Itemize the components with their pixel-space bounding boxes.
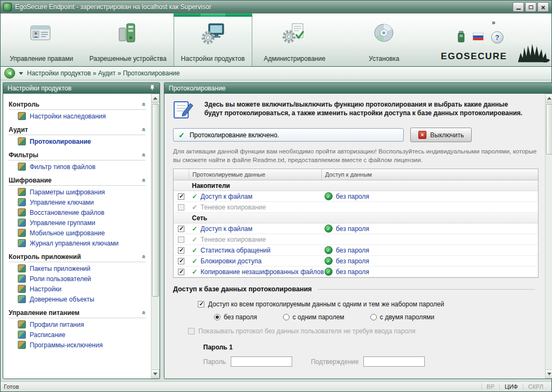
scroll-up-icon[interactable]: [546, 94, 552, 103]
row-label: Блокировки доступа: [201, 257, 261, 265]
radio-icon[interactable]: [214, 314, 220, 320]
sidebar-item-icon: [18, 198, 26, 206]
row-checkbox[interactable]: [178, 226, 184, 232]
sidebar-item[interactable]: Настройки наследования: [3, 111, 151, 121]
radio-option[interactable]: без пароля: [214, 313, 257, 321]
sidebar-item[interactable]: Восстановление файлов: [3, 207, 151, 218]
scroll-down-icon[interactable]: [546, 369, 552, 379]
cd-disc-icon: [371, 20, 397, 46]
sidebar-section-label: Аудит: [9, 126, 28, 134]
breadcrumb-bar: Настройки продуктов » Аудит » Протоколир…: [1, 67, 551, 80]
collapse-chevron-icon[interactable]: »: [140, 255, 148, 259]
logging-status-box: Протоколирование включено.: [173, 128, 404, 142]
checkbox-icon[interactable]: [198, 301, 204, 307]
help-icon[interactable]: ?: [491, 31, 503, 44]
close-button[interactable]: [537, 2, 549, 12]
collapse-chevron-icon[interactable]: »: [140, 179, 148, 183]
sidebar-item-icon: [18, 331, 26, 339]
show-protocol-checkbox[interactable]: Показывать протокол без данных пользоват…: [188, 327, 539, 335]
radio-option[interactable]: с одним паролем: [283, 313, 344, 321]
scroll-up-icon[interactable]: [151, 94, 160, 103]
sidebar-item[interactable]: Настройки: [3, 284, 151, 294]
tab-label: Администрирование: [264, 55, 325, 62]
sidebar-section-header[interactable]: Аудит »: [9, 126, 146, 135]
sidebar-item[interactable]: Управление ключами: [3, 197, 151, 207]
sidebar-item[interactable]: Расписание: [3, 330, 151, 340]
check-icon: [192, 193, 197, 200]
sidebar-scrollbar[interactable]: [151, 94, 160, 379]
sidebar-item-label: Расписание: [30, 331, 65, 339]
access-cell[interactable]: без пароля: [321, 257, 538, 265]
sidebar-item[interactable]: Фильтр типов файлов: [3, 162, 151, 172]
minimize-button[interactable]: [513, 2, 524, 12]
collapse-chevron-icon[interactable]: »: [140, 311, 148, 315]
back-button[interactable]: [4, 68, 15, 79]
sidebar-item-icon: [18, 341, 26, 349]
access-cell[interactable]: без пароля: [321, 192, 538, 200]
password-input[interactable]: [231, 356, 292, 367]
restore-button[interactable]: [525, 2, 536, 12]
tab-rights-management[interactable]: Управление правами: [1, 13, 82, 66]
tab-product-settings[interactable]: Настройки продуктов: [174, 13, 252, 66]
sidebar-item[interactable]: Журнал управления ключами: [3, 238, 151, 248]
disable-logging-button[interactable]: Выключить: [410, 128, 472, 142]
sidebar-item[interactable]: Мобильное шифрование: [3, 228, 151, 238]
access-cell[interactable]: без пароля: [321, 268, 538, 276]
scrollbar-thumb[interactable]: [152, 104, 159, 297]
status-text: Готов: [4, 383, 481, 390]
sidebar-item[interactable]: Управление группами: [3, 218, 151, 228]
sidebar-section-header[interactable]: Контроль »: [9, 101, 146, 110]
radio-icon[interactable]: [370, 314, 377, 320]
tab-allowed-devices[interactable]: Разрешенные устройства: [82, 13, 174, 66]
row-checkbox[interactable]: [178, 193, 184, 200]
sidebar-section-header[interactable]: Управление питанием »: [9, 309, 146, 318]
row-checkbox[interactable]: [178, 269, 184, 275]
table-row: Доступ к файлам без пароля: [174, 223, 538, 234]
table-header-row: Протоколируемые данные Доступ к данным: [174, 169, 538, 180]
all-data-checkbox[interactable]: Доступ ко всем протоколируемым данным с …: [198, 300, 539, 308]
collapse-chevron-icon[interactable]: »: [140, 153, 148, 157]
sidebar-item[interactable]: Роли пользователей: [3, 274, 151, 284]
sidebar-item[interactable]: Доверенные объекты: [3, 294, 151, 304]
sidebar-item-icon: [18, 239, 26, 247]
hedgehog-logo-icon: [517, 42, 550, 65]
russian-flag-icon[interactable]: [473, 33, 484, 42]
row-checkbox[interactable]: [178, 236, 184, 243]
nav-history-dropdown-icon[interactable]: [19, 72, 23, 75]
sidebar-section-header[interactable]: Фильтры »: [9, 151, 146, 160]
sidebar-section-header[interactable]: Шифрование »: [9, 177, 146, 186]
sidebar-item[interactable]: Пакеты приложений: [3, 263, 151, 274]
collapse-chevron-icon[interactable]: »: [140, 103, 148, 107]
table-row: Теневое копирование: [174, 202, 538, 213]
main-scrollbar[interactable]: [545, 94, 552, 379]
sidebar-item-label: Управление ключами: [30, 199, 94, 206]
sidebar-item-icon: [18, 320, 26, 328]
radio-option[interactable]: с двумя паролями: [370, 313, 434, 321]
sidebar-item-icon: [18, 285, 26, 293]
access-label: без пароля: [336, 193, 369, 200]
scrollbar-thumb[interactable]: [546, 104, 552, 155]
row-checkbox[interactable]: [178, 204, 184, 211]
tab-administration[interactable]: Администрирование: [252, 13, 337, 66]
access-cell[interactable]: без пароля: [321, 246, 538, 254]
lock-indicator: ВР: [481, 383, 500, 390]
sidebar-section-header[interactable]: Контроль приложений »: [9, 253, 146, 262]
tab-installation[interactable]: Установка: [337, 13, 431, 66]
access-cell[interactable]: без пароля: [321, 225, 538, 233]
scroll-down-icon[interactable]: [151, 369, 160, 379]
authorization-note: Для активации данной функции вам необход…: [173, 148, 537, 164]
pin-icon[interactable]: [149, 85, 155, 92]
sidebar-item[interactable]: Параметры шифрования: [3, 187, 151, 197]
sidebar-item[interactable]: Программы-исключения: [3, 340, 151, 350]
circle-check-icon: [325, 246, 333, 254]
access-label: без пароля: [336, 268, 369, 276]
row-checkbox[interactable]: [178, 247, 184, 254]
radio-icon[interactable]: [283, 314, 289, 320]
confirm-input[interactable]: [363, 356, 425, 367]
sidebar-item[interactable]: Профили питания: [3, 319, 151, 330]
row-checkbox[interactable]: [178, 258, 184, 264]
collapse-chevron-icon[interactable]: »: [140, 128, 148, 132]
sidebar-item[interactable]: Протоколирование: [3, 136, 151, 146]
checkbox-icon[interactable]: [188, 328, 195, 334]
table-group-row: Сеть: [174, 213, 538, 223]
